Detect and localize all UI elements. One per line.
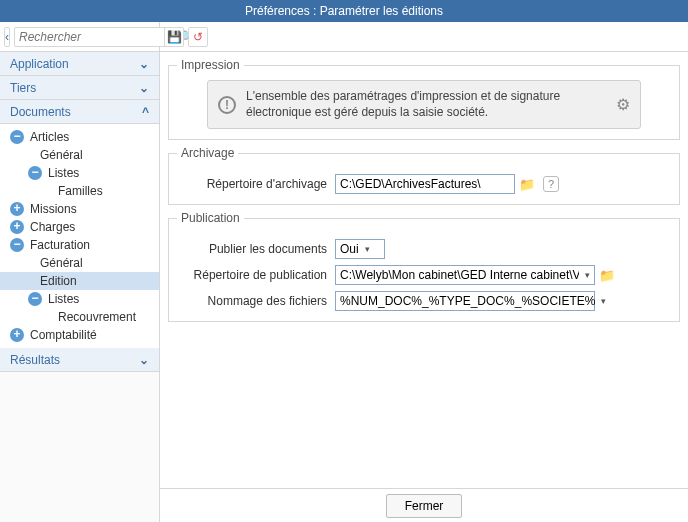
input-rep-archivage[interactable] [335,174,515,194]
tree-label: Familles [58,184,103,198]
close-button[interactable]: Fermer [386,494,463,518]
group-legend: Impression [177,58,244,72]
tree-item-listes[interactable]: − Listes [0,164,159,182]
tree-label: Missions [30,202,77,216]
collapse-icon: − [10,130,24,144]
select-rep-publication[interactable]: C:\Welyb\Mon cabinet\GED Interne cabinet… [335,265,595,285]
tree-item-recouvrement[interactable]: Recouvrement [0,308,159,326]
alert-text: L'ensemble des paramétrages d'impression… [246,89,606,120]
info-icon: ! [218,96,236,114]
tree-item-charges[interactable]: + Charges [0,218,159,236]
select-value: %NUM_DOC%_%TYPE_DOC%_%SOCIETE% [340,294,595,308]
group-publication: Publication Publier les documents Oui ▾ … [168,211,680,322]
tree-item-general[interactable]: Général [0,146,159,164]
tree-label: Comptabilité [30,328,97,342]
tree-item-missions[interactable]: + Missions [0,200,159,218]
toolbar: 💾 ↺ [160,22,688,52]
group-legend: Publication [177,211,244,225]
expand-icon: + [10,328,24,342]
select-nommage[interactable]: %NUM_DOC%_%TYPE_DOC%_%SOCIETE% ▾ [335,291,595,311]
section-label: Application [10,57,69,71]
tree-label: Listes [48,292,79,306]
tree-label: Recouvrement [58,310,136,324]
collapse-icon: − [28,166,42,180]
section-documents[interactable]: Documents ^ [0,100,159,124]
folder-icon[interactable]: 📁 [519,177,535,192]
section-label: Résultats [10,353,60,367]
group-impression: Impression ! L'ensemble des paramétrages… [168,58,680,140]
select-value: Oui [340,242,359,256]
help-icon[interactable]: ? [543,176,559,192]
tree-label: Articles [30,130,69,144]
caret-down-icon: ▾ [365,244,370,254]
group-archivage: Archivage Répertoire d'archivage 📁 ? [168,146,680,205]
folder-icon[interactable]: 📁 [599,268,615,283]
caret-down-icon: ▾ [601,296,606,306]
expand-icon: + [10,202,24,216]
window-title: Préférences : Paramétrer les éditions [0,0,688,22]
caret-down-icon: ▾ [585,270,590,280]
save-button[interactable]: 💾 [164,27,184,47]
collapse-icon: − [10,238,24,252]
tree-label: Charges [30,220,75,234]
label-publier: Publier les documents [177,242,327,256]
section-resultats[interactable]: Résultats ⌄ [0,348,159,372]
select-publier[interactable]: Oui ▾ [335,239,385,259]
search-input[interactable] [14,27,175,47]
section-label: Documents [10,105,71,119]
label-rep-archivage: Répertoire d'archivage [177,177,327,191]
tree-item-familles[interactable]: Familles [0,182,159,200]
tree-label: Edition [40,274,77,288]
tree-item-edition[interactable]: Edition [0,272,159,290]
label-nommage: Nommage des fichiers [177,294,327,308]
sidebar: ‹ 🔍 Application ⌄ Tiers ⌄ Documents ^ − … [0,22,160,522]
chevron-down-icon: ⌄ [139,57,149,71]
tree-item-general2[interactable]: Général [0,254,159,272]
save-icon: 💾 [167,30,182,44]
tree-label: Facturation [30,238,90,252]
select-value: C:\Welyb\Mon cabinet\GED Interne cabinet… [340,268,579,282]
tree-item-comptabilite[interactable]: + Comptabilité [0,326,159,344]
undo-icon: ↺ [193,30,203,44]
info-alert: ! L'ensemble des paramétrages d'impressi… [207,80,641,129]
chevron-up-icon: ^ [142,105,149,119]
tree-item-listes2[interactable]: − Listes [0,290,159,308]
back-button[interactable]: ‹ [4,27,10,47]
collapse-icon: − [28,292,42,306]
expand-icon: + [10,220,24,234]
settings-icon[interactable]: ⚙ [616,95,630,114]
section-application[interactable]: Application ⌄ [0,52,159,76]
reset-button[interactable]: ↺ [188,27,208,47]
chevron-down-icon: ⌄ [139,353,149,367]
tree-label: Général [40,148,83,162]
tree-item-articles[interactable]: − Articles [0,128,159,146]
tree-label: Général [40,256,83,270]
tree-label: Listes [48,166,79,180]
section-label: Tiers [10,81,36,95]
section-tiers[interactable]: Tiers ⌄ [0,76,159,100]
documents-tree: − Articles Général − Listes Familles + M… [0,124,159,348]
group-legend: Archivage [177,146,238,160]
label-rep-publication: Répertoire de publication [177,268,327,282]
tree-item-facturation[interactable]: − Facturation [0,236,159,254]
chevron-down-icon: ⌄ [139,81,149,95]
